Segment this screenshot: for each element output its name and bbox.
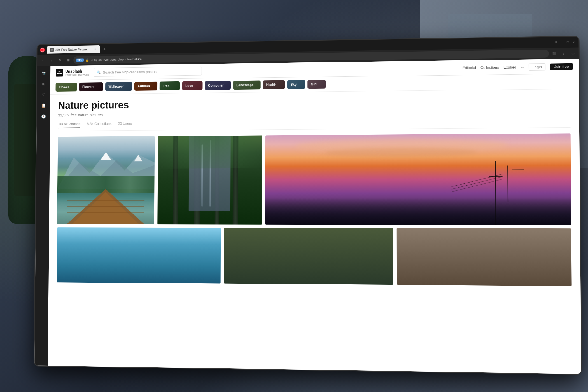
extensions-icon[interactable]: ⬛ <box>551 50 558 57</box>
nav-explore[interactable]: Explore <box>503 65 516 69</box>
category-tree[interactable]: Tree <box>160 81 180 90</box>
main-content: Unsplash Photos for everyone 🔍 Search fr… <box>48 59 581 374</box>
photo-grid-row2 <box>57 227 571 286</box>
category-flowers[interactable]: Flowers <box>79 82 103 91</box>
minimize-button[interactable]: — <box>560 40 564 44</box>
filter-tab-users[interactable]: 20 Users <box>117 121 132 128</box>
search-bar[interactable]: 🔍 Search free high-resolution photos <box>94 67 202 77</box>
category-health[interactable]: Health <box>263 80 285 89</box>
plant-stem <box>14 84 36 196</box>
login-button[interactable]: Login <box>529 63 545 70</box>
category-label-tree: Tree <box>160 81 180 90</box>
new-tab-button[interactable]: + <box>101 46 108 52</box>
category-label-sky: Sky <box>287 80 305 89</box>
filter-collections-label: 8.3k Collections <box>87 122 111 126</box>
category-label-flower: Flower <box>55 83 77 92</box>
photo-card-forest[interactable] <box>157 135 262 224</box>
window-controls: ≡ — □ × <box>554 40 576 44</box>
photo-grid <box>57 133 571 225</box>
category-landscape[interactable]: Landscape <box>233 80 261 90</box>
category-love[interactable]: Love <box>182 81 202 90</box>
download-icon[interactable]: ↓ <box>560 50 567 57</box>
nav-more[interactable]: ··· <box>521 65 524 69</box>
category-label-health: Health <box>263 80 285 89</box>
unsplash-name: Unsplash <box>65 69 89 74</box>
sidebar-clock-icon[interactable]: 🕐 <box>39 112 48 121</box>
nav-collections[interactable]: Collections <box>480 65 499 70</box>
sidebar-history-icon[interactable]: 📋 <box>39 101 48 110</box>
tab-label: 20+ Free Nature Pictures... <box>55 48 91 51</box>
unsplash-logo[interactable]: Unsplash Photos for everyone <box>56 69 89 77</box>
tab-favicon: U <box>50 48 54 52</box>
sidebar-favorites-icon[interactable]: ♡ <box>39 90 48 99</box>
svg-marker-5 <box>72 192 139 224</box>
photo-card-2-sm[interactable] <box>224 228 393 285</box>
category-label-girl: Girl <box>307 80 326 89</box>
filter-tabs: 33.6k Photos 8.3k Collections 20 Users <box>58 118 571 131</box>
photo-card-mountains[interactable] <box>57 136 155 224</box>
photo-card-lake[interactable] <box>57 227 221 283</box>
category-label-wallpaper: Wallpaper <box>105 82 132 91</box>
browser-right-controls: ⬛ ↓ ▭ <box>551 50 577 57</box>
active-tab[interactable]: U 20+ Free Nature Pictures... × <box>47 45 100 54</box>
close-button[interactable]: × <box>571 40 576 44</box>
unsplash-logo-icon <box>56 69 63 76</box>
category-sky[interactable]: Sky <box>287 80 305 89</box>
search-placeholder: Search free high-resolution photos <box>103 69 156 74</box>
category-label-autumn: Autumn <box>134 82 157 91</box>
photo-card-sunset[interactable] <box>265 133 571 225</box>
category-label-computer: Computer <box>205 81 231 90</box>
monitor-frame: U 20+ Free Nature Pictures... × + ≡ — □ … <box>34 36 582 375</box>
maximize-button[interactable]: □ <box>566 40 570 44</box>
category-label-landscape: Landscape <box>233 80 261 90</box>
search-icon: 🔍 <box>96 70 101 74</box>
sidebar-camera-icon[interactable]: 📷 <box>39 69 48 77</box>
filter-users-label: 20 Users <box>118 122 132 126</box>
tabs-overview-button[interactable]: ⊞ <box>65 57 72 64</box>
tab-close-button[interactable]: × <box>93 47 97 51</box>
filter-tab-photos[interactable]: 33.6k Photos <box>58 122 80 128</box>
opera-logo-icon <box>40 48 45 53</box>
category-wallpaper[interactable]: Wallpaper <box>105 82 132 91</box>
filter-photos-label: 33.6k Photos <box>59 122 81 126</box>
category-computer[interactable]: Computer <box>205 81 231 90</box>
unsplash-brand: Unsplash Photos for everyone <box>65 69 89 76</box>
photo-card-3-sm[interactable] <box>396 228 571 286</box>
search-results: Nature pictures 33,562 free nature pictu… <box>48 89 581 374</box>
filter-tab-collections[interactable]: 8.3k Collections <box>86 121 111 128</box>
unsplash-tagline: Photos for everyone <box>65 73 89 76</box>
page-title: Nature pictures <box>58 95 570 111</box>
refresh-button[interactable]: ↻ <box>56 57 63 64</box>
battery-icon[interactable]: ▭ <box>569 50 576 57</box>
header-nav: Editorial Collections Explore ··· Login … <box>463 63 573 71</box>
security-lock-icon: 🔒 <box>85 58 89 62</box>
vpn-badge: VPN <box>76 58 84 62</box>
category-label-love: Love <box>182 81 202 90</box>
browser-body: 📷 ⊞ ♡ 📋 🕐 Unsplash Photos for every <box>34 59 581 374</box>
forward-button[interactable]: › <box>48 57 55 64</box>
svg-line-12 <box>495 161 496 225</box>
sidebar-apps-icon[interactable]: ⊞ <box>39 80 48 88</box>
category-girl[interactable]: Girl <box>307 80 326 89</box>
category-flower[interactable]: Flower <box>55 83 77 92</box>
category-label-flowers: Flowers <box>79 82 103 91</box>
join-button[interactable]: Join free <box>550 63 573 70</box>
wifi-icon: ≡ <box>554 40 558 44</box>
nav-editorial[interactable]: Editorial <box>463 66 476 70</box>
back-button[interactable]: ‹ <box>39 57 46 64</box>
category-autumn[interactable]: Autumn <box>134 82 157 91</box>
